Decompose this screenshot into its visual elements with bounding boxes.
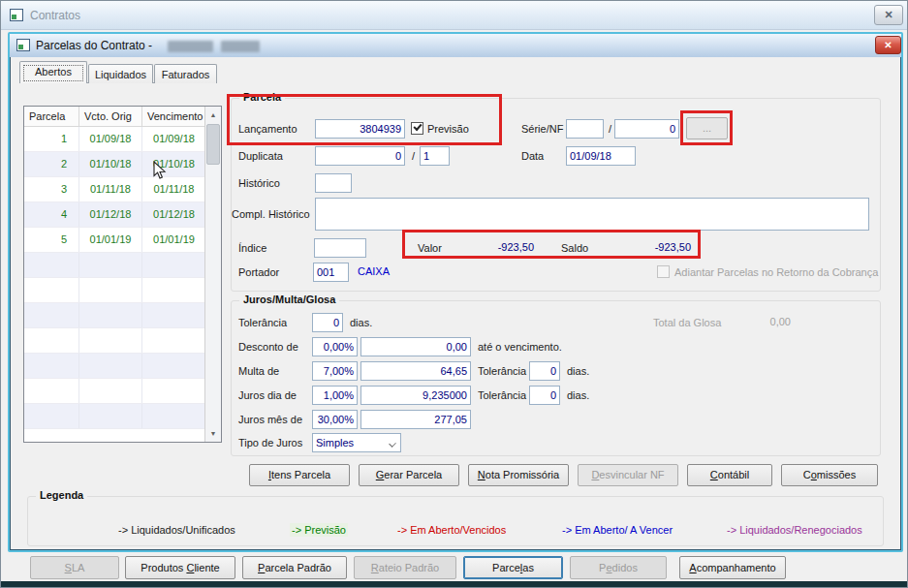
adiantar-checkbox[interactable]	[657, 265, 670, 278]
inner-close-button[interactable]: ✕	[875, 36, 901, 54]
parcela-padrao-button[interactable]: Parcela Padrão	[242, 556, 347, 579]
table-row-empty[interactable]	[24, 404, 221, 429]
desvincular-nf-button[interactable]: Desvincular NF	[578, 464, 678, 486]
inner-window-title: Parcelas do Contrato -	[36, 39, 152, 52]
rateio-padrao-button[interactable]: Rateio Padrão	[354, 556, 456, 579]
outer-close-button[interactable]: ✕	[874, 5, 903, 25]
col-header-parcela[interactable]: Parcela	[24, 107, 79, 126]
desconto-pct-field[interactable]: 0,00%	[312, 337, 358, 356]
itens-parcela-button[interactable]: Itens Parcela	[249, 464, 350, 486]
scroll-up-icon[interactable]: ▲	[205, 107, 221, 123]
table-row-empty[interactable]	[24, 278, 221, 303]
tab-liquidados[interactable]: Liquidados	[88, 64, 153, 83]
sla-button[interactable]: SLA	[30, 556, 119, 579]
produtos-cliente-button[interactable]: Produtos Cliente	[125, 556, 235, 579]
portador-field[interactable]: 001	[313, 263, 349, 282]
juros-mes-value-field[interactable]: 277,05	[360, 410, 471, 429]
legend-liquidados-renegociados: -> Liquidados/Renegociados	[727, 523, 862, 537]
juros-dia-tolerancia-label: Tolerância	[478, 386, 526, 405]
historico-label: Histórico	[238, 173, 280, 193]
tolerancia-field[interactable]: 0	[312, 313, 343, 332]
tab-focus-rect	[23, 65, 83, 81]
table-scrollbar[interactable]: ▲ ▼	[204, 107, 221, 442]
juros-dia-value-field[interactable]: 9,235000	[360, 386, 471, 405]
tipo-juros-label: Tipo de Juros	[238, 433, 302, 452]
cell-parcela[interactable]: 3	[24, 177, 79, 201]
adiantar-label: Adiantar Parcelas no Retorno da Cobrança	[674, 263, 878, 282]
table-row-empty[interactable]	[24, 253, 221, 278]
col-header-vcto-orig[interactable]: Vcto. Orig	[79, 107, 142, 126]
parcelas-table-header[interactable]: Parcela Vcto. Orig Vencimento	[24, 107, 221, 127]
annotation-rect-lancamento	[227, 94, 502, 145]
nf-field[interactable]: 0	[614, 119, 679, 139]
cell-parcela[interactable]: 5	[24, 228, 79, 252]
scroll-down-icon[interactable]: ▼	[205, 425, 221, 442]
juros-mes-pct-field[interactable]: 30,00%	[312, 410, 358, 429]
outer-window-titlebar	[1, 1, 908, 30]
scrollbar-thumb[interactable]	[206, 124, 220, 165]
table-row[interactable]: 2 01/10/18 01/10/18	[24, 152, 221, 177]
juros-dia-pct-field[interactable]: 1,00%	[312, 386, 358, 405]
inner-window-icon	[16, 39, 30, 51]
cell-vencimento[interactable]: 01/11/18	[142, 177, 206, 201]
app-screen: Contratos ✕ Parcelas do Contrato - ✕ Abe…	[0, 0, 908, 588]
annotation-rect-browse-button	[680, 110, 733, 145]
cell-vencimento[interactable]: 01/12/18	[142, 202, 206, 227]
data-field[interactable]: 01/09/18	[566, 146, 636, 166]
cell-vcto-orig[interactable]: 01/01/19	[79, 228, 142, 252]
legend-previsao: -> Previsão	[290, 523, 348, 537]
multa-pct-field[interactable]: 7,00%	[312, 361, 358, 381]
historico-field[interactable]	[315, 173, 352, 193]
serie-nf-label: Série/NF	[521, 119, 563, 139]
tipo-juros-select[interactable]: Simples	[312, 433, 401, 452]
cell-vcto-orig[interactable]: 01/12/18	[79, 202, 142, 227]
data-label: Data	[521, 146, 544, 166]
tab-faturados[interactable]: Faturados	[154, 64, 217, 83]
tolerancia-suffix: dias.	[350, 313, 372, 332]
acompanhamento-button[interactable]: Acompanhamento	[679, 556, 786, 579]
comissoes-button[interactable]: Comissões	[781, 464, 878, 486]
total-glosa-label: Total da Glosa	[653, 313, 721, 332]
parcelas-button[interactable]: Parcelas	[463, 556, 563, 579]
indice-label: Índice	[238, 238, 266, 258]
col-header-vencimento[interactable]: Vencimento	[142, 107, 206, 126]
juros-dia-tolerancia-field[interactable]: 0	[529, 386, 560, 405]
duplicata-seq-field[interactable]: 1	[420, 146, 450, 166]
table-row-empty[interactable]	[24, 303, 221, 328]
table-row[interactable]: 4 01/12/18 01/12/18	[24, 202, 221, 228]
cell-vencimento[interactable]: 01/09/18	[142, 127, 206, 151]
mouse-cursor	[151, 161, 169, 180]
cell-vencimento[interactable]: 01/01/19	[142, 228, 206, 252]
table-row-empty[interactable]	[24, 354, 221, 379]
nota-promissoria-button[interactable]: Nota Promissória	[468, 464, 569, 486]
duplicata-label: Duplicata	[238, 146, 283, 166]
compl-historico-field[interactable]	[315, 198, 869, 231]
contabil-button[interactable]: Contábil	[687, 464, 772, 486]
cell-vcto-orig[interactable]: 01/10/18	[79, 152, 142, 176]
indice-field[interactable]	[314, 238, 366, 258]
desconto-value-field[interactable]: 0,00	[360, 337, 471, 356]
total-glosa-value: 0,00	[733, 316, 791, 327]
cell-parcela[interactable]: 2	[24, 152, 79, 176]
legend-liquidados-unificados: -> Liquidados/Unificados	[118, 523, 235, 537]
parcelas-table[interactable]: Parcela Vcto. Orig Vencimento 1 01/09/18…	[23, 106, 222, 443]
tab-abertos[interactable]: Abertos	[19, 61, 87, 83]
table-row[interactable]: 1 01/09/18 01/09/18	[24, 127, 221, 152]
cell-vcto-orig[interactable]: 01/11/18	[79, 177, 142, 201]
chevron-down-icon	[389, 440, 396, 448]
table-row[interactable]: 3 01/11/18 01/11/18	[24, 177, 221, 202]
cell-parcela[interactable]: 1	[24, 127, 79, 151]
cell-parcela[interactable]: 4	[24, 202, 79, 227]
table-row[interactable]: 5 01/01/19 01/01/19	[24, 228, 221, 253]
multa-tolerancia-suffix: dias.	[567, 361, 589, 381]
table-row-empty[interactable]	[24, 379, 221, 404]
multa-tolerancia-field[interactable]: 0	[529, 361, 560, 381]
multa-value-field[interactable]: 64,65	[360, 361, 471, 381]
table-row-empty[interactable]	[24, 328, 221, 354]
serie-field[interactable]	[566, 119, 604, 139]
tolerancia-label: Tolerância	[238, 313, 287, 332]
duplicata-field[interactable]: 0	[315, 146, 405, 166]
cell-vcto-orig[interactable]: 01/09/18	[79, 127, 142, 151]
pedidos-button[interactable]: Pedidos	[570, 556, 667, 579]
gerar-parcela-button[interactable]: Gerar Parcela	[359, 464, 459, 486]
